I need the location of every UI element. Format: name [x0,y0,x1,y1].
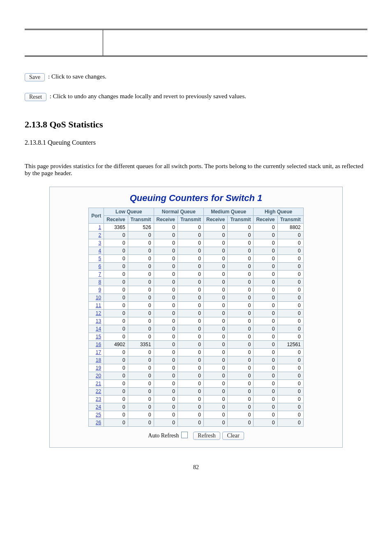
table-row: 2600000000 [89,419,304,427]
counter-cell: 0 [104,388,128,395]
counter-cell: 0 [104,356,128,364]
port-link[interactable]: 25 [96,412,101,418]
counter-cell: 0 [277,263,303,271]
counter-cell: 0 [178,286,203,294]
port-link[interactable]: 5 [99,256,101,261]
port-link[interactable]: 2 [99,232,101,238]
counter-cell: 0 [104,271,128,278]
port-link[interactable]: 6 [99,264,101,269]
port-link[interactable]: 19 [96,365,101,371]
counter-cell: 0 [204,388,228,395]
port-link[interactable]: 8 [99,279,101,285]
port-cell: 8 [89,278,104,286]
counter-cell: 0 [178,271,203,278]
counter-cell: 0 [254,395,277,403]
port-link[interactable]: 20 [96,373,101,379]
counter-cell: 0 [178,247,203,255]
port-link[interactable]: 23 [96,396,101,402]
counter-cell: 0 [204,341,228,349]
counter-cell: 0 [277,325,303,333]
port-link[interactable]: 18 [96,357,101,363]
clear-button[interactable]: Clear [222,432,244,440]
port-cell: 24 [89,403,104,411]
table-row: 400000000 [89,247,304,255]
counter-cell: 0 [154,356,178,364]
counter-cell: 0 [154,411,178,419]
port-link[interactable]: 22 [96,388,101,394]
save-button-description: : Click to save changes. [48,73,106,80]
port-link[interactable]: 3 [99,240,101,246]
counter-cell: 0 [204,333,228,341]
counter-cell: 0 [254,255,277,263]
port-link[interactable]: 4 [99,248,101,254]
counter-cell: 0 [104,403,128,411]
counter-cell: 0 [104,310,128,317]
table-row: 600000000 [89,263,304,271]
counter-cell: 0 [204,278,228,286]
port-cell: 20 [89,372,104,380]
port-link[interactable]: 7 [99,271,101,277]
auto-refresh-checkbox[interactable] [181,432,188,438]
port-link[interactable]: 11 [96,303,101,308]
port-link[interactable]: 17 [96,349,101,355]
group-high: High Queue [254,208,303,216]
counter-cell: 0 [178,255,203,263]
reset-button-description: : Click to undo any changes made locally… [50,93,246,99]
counter-cell: 0 [128,395,154,403]
counter-cell: 0 [277,310,303,317]
port-link[interactable]: 14 [96,326,101,332]
counter-cell: 0 [154,325,178,333]
refresh-button[interactable]: Refresh [193,432,220,440]
port-link[interactable]: 15 [96,334,101,340]
port-link[interactable]: 24 [96,404,101,410]
section-paragraph: This page provides statistics for the di… [25,163,367,177]
counter-cell: 0 [104,325,128,333]
port-cell: 26 [89,419,104,427]
group-low: Low Queue [104,208,154,216]
counter-cell: 4902 [104,341,128,349]
port-link[interactable]: 16 [96,342,101,347]
counter-cell: 0 [228,372,254,380]
counter-cell: 0 [277,349,303,356]
table-row: 1700000000 [89,349,304,356]
table-row: 2300000000 [89,395,304,403]
counter-cell: 0 [204,364,228,372]
counter-cell: 0 [228,325,254,333]
counter-cell: 0 [254,380,277,388]
counter-cell: 0 [228,294,254,302]
table-row: 300000000 [89,239,304,247]
counter-cell: 0 [204,286,228,294]
counter-cell: 0 [104,239,128,247]
counter-cell: 0 [154,419,178,427]
param-table [25,29,367,57]
counter-cell: 0 [104,372,128,380]
counters-panel: Queuing Counters for Switch 1 Port Low Q… [49,187,343,448]
port-link[interactable]: 9 [99,287,101,293]
counter-cell: 0 [178,388,203,395]
port-link[interactable]: 21 [96,381,101,386]
counter-cell: 3365 [104,224,128,231]
table-row: 200000000 [89,231,304,239]
counter-cell: 0 [254,364,277,372]
counter-cell: 0 [154,255,178,263]
port-link[interactable]: 13 [96,318,101,324]
counter-cell: 0 [178,302,203,310]
save-button[interactable]: Save [25,73,45,81]
counter-cell: 0 [104,380,128,388]
counter-cell: 0 [254,239,277,247]
counter-cell: 0 [204,380,228,388]
port-link[interactable]: 10 [96,295,101,301]
counter-cell: 0 [254,325,277,333]
counter-cell: 0 [104,263,128,271]
counter-cell: 0 [104,333,128,341]
counter-cell: 0 [204,255,228,263]
reset-button[interactable]: Reset [25,93,46,101]
counter-cell: 0 [277,271,303,278]
port-link[interactable]: 1 [99,224,101,230]
counter-cell: 0 [254,411,277,419]
port-link[interactable]: 26 [96,420,101,426]
counter-cell: 0 [204,325,228,333]
counter-cell: 0 [204,263,228,271]
counter-cell: 0 [228,239,254,247]
port-link[interactable]: 12 [96,310,101,316]
